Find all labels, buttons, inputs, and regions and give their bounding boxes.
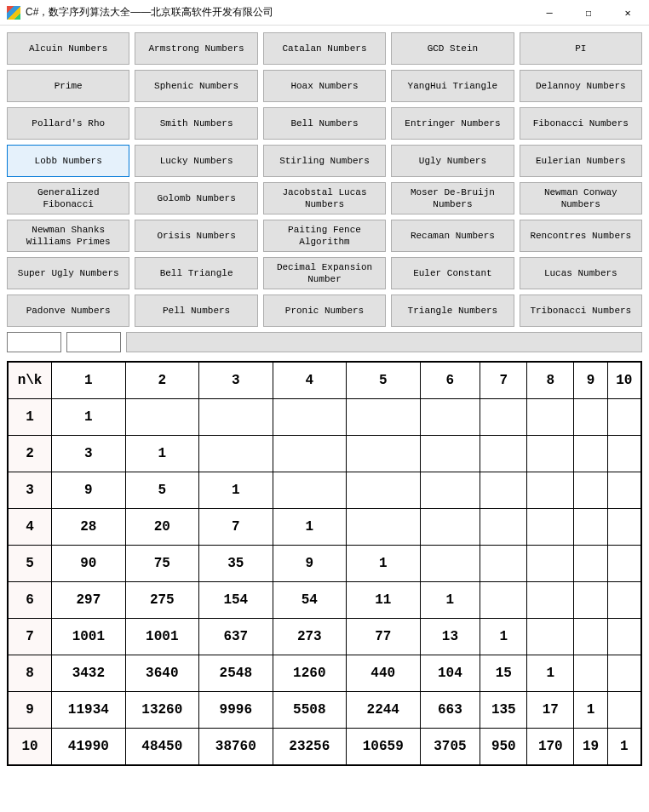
table-row-header: 2	[9, 436, 52, 472]
algorithm-button[interactable]: Ugly Numbers	[391, 145, 514, 177]
algorithm-button[interactable]: Jacobstal Lucas Numbers	[263, 182, 386, 214]
algorithm-button[interactable]: Entringer Numbers	[391, 107, 514, 140]
algorithm-button[interactable]: Paiting Fence Algorithm	[263, 220, 386, 252]
table-row: 71001100163727377131	[9, 619, 641, 655]
app-icon	[7, 6, 20, 20]
table-col-header: 7	[480, 363, 527, 399]
table-cell	[420, 436, 480, 472]
algorithm-button[interactable]: Rencontres Numbers	[520, 220, 642, 252]
algorithm-button[interactable]: Moser De-Bruijn Numbers	[391, 182, 514, 214]
algorithm-button[interactable]: Pronic Numbers	[263, 294, 386, 327]
table-cell	[607, 546, 640, 582]
algorithm-button[interactable]: Recaman Numbers	[391, 220, 514, 252]
algorithm-button[interactable]: PI	[520, 32, 642, 65]
table-cell: 3	[52, 436, 125, 472]
table-cell	[420, 472, 480, 509]
window-title: C#，数字序列算法大全——北京联高软件开发有限公司	[26, 5, 530, 20]
close-button[interactable]: ✕	[608, 0, 647, 26]
param-input-2[interactable]	[66, 332, 121, 352]
param-input-1[interactable]	[7, 332, 61, 352]
table-row: 3951	[9, 472, 641, 509]
algorithm-button[interactable]: Bell Numbers	[263, 107, 386, 140]
table-cell	[199, 399, 273, 436]
algorithm-button[interactable]: Lobb Numbers	[7, 145, 129, 177]
algorithm-button[interactable]: YangHui Triangle	[391, 70, 514, 102]
algorithm-button[interactable]: Orisis Numbers	[135, 220, 257, 252]
table-cell	[480, 509, 527, 546]
table-cell	[480, 582, 527, 619]
algorithm-button[interactable]: Tribonacci Numbers	[520, 294, 642, 327]
table-cell	[273, 472, 346, 509]
titlebar: C#，数字序列算法大全——北京联高软件开发有限公司 — ☐ ✕	[0, 0, 649, 26]
table-cell: 9	[52, 472, 125, 509]
algorithm-button[interactable]: Catalan Numbers	[263, 32, 386, 65]
table-row: 83432364025481260440104151	[9, 655, 641, 692]
algorithm-button[interactable]: Fibonacci Numbers	[520, 107, 642, 140]
algorithm-button[interactable]: Newman Shanks Williams Primes	[7, 220, 129, 252]
algorithm-button[interactable]: Bell Triangle	[135, 257, 257, 289]
table-cell	[527, 546, 574, 582]
algorithm-button[interactable]: Hoax Numbers	[263, 70, 386, 102]
algorithm-button[interactable]: Alcuin Numbers	[7, 32, 129, 65]
table-cell	[347, 436, 420, 472]
algorithm-button[interactable]: Prime	[7, 70, 129, 102]
table-row: 629727515454111	[9, 582, 641, 619]
algorithm-button[interactable]: Lucas Numbers	[520, 257, 642, 289]
table-cell: 10659	[347, 729, 420, 765]
table-cell	[574, 655, 607, 692]
table-cell: 3432	[52, 655, 125, 692]
table-row: 4282071	[9, 509, 641, 546]
table-cell	[574, 582, 607, 619]
table-cell	[480, 399, 527, 436]
algorithm-button[interactable]: Generalized Fibonacci	[7, 182, 129, 214]
algorithm-button[interactable]: Golomb Numbers	[135, 182, 257, 214]
algorithm-button[interactable]: Padonve Numbers	[7, 294, 129, 327]
algorithm-button[interactable]: Pollard's Rho	[7, 107, 129, 140]
algorithm-button[interactable]: Decimal Expansion Number	[263, 257, 386, 289]
algorithm-button[interactable]: Eulerian Numbers	[520, 145, 642, 177]
table-cell	[347, 399, 420, 436]
table-cell	[420, 509, 480, 546]
table-cell: 1001	[125, 619, 198, 655]
table-cell	[480, 472, 527, 509]
table-cell: 440	[347, 655, 420, 692]
algorithm-button[interactable]: Delannoy Numbers	[520, 70, 642, 102]
algorithm-button[interactable]: Stirling Numbers	[263, 145, 386, 177]
minimize-button[interactable]: —	[530, 0, 569, 26]
table-cell: 154	[199, 582, 273, 619]
algorithm-button[interactable]: Newman Conway Numbers	[520, 182, 642, 214]
table-cell	[607, 472, 640, 509]
algorithm-button[interactable]: Sphenic Numbers	[135, 70, 257, 102]
algorithm-button-grid: Alcuin NumbersArmstrong NumbersCatalan N…	[7, 32, 642, 327]
algorithm-button[interactable]: Pell Numbers	[135, 294, 257, 327]
table-row-header: 9	[9, 692, 52, 729]
table-cell: 54	[273, 582, 346, 619]
table-cell: 13260	[125, 692, 198, 729]
algorithm-button[interactable]: Armstrong Numbers	[135, 32, 257, 65]
algorithm-button[interactable]: Smith Numbers	[135, 107, 257, 140]
maximize-button[interactable]: ☐	[569, 0, 608, 26]
algorithm-button[interactable]: GCD Stein	[391, 32, 514, 65]
table-row-header: 4	[9, 509, 52, 546]
algorithm-button[interactable]: Lucky Numbers	[135, 145, 257, 177]
table-cell: 275	[125, 582, 198, 619]
table-cell	[607, 582, 640, 619]
algorithm-button[interactable]: Euler Constant	[391, 257, 514, 289]
table-corner: n\k	[9, 363, 52, 399]
algorithm-button[interactable]: Triangle Numbers	[391, 294, 514, 327]
table-cell: 5	[125, 472, 198, 509]
table-cell	[420, 546, 480, 582]
table-row: 231	[9, 436, 641, 472]
table-cell	[574, 509, 607, 546]
table-col-header: 4	[273, 363, 346, 399]
table-cell	[527, 472, 574, 509]
algorithm-button[interactable]: Super Ugly Numbers	[7, 257, 129, 289]
table-row-header: 1	[9, 399, 52, 436]
table-cell: 1001	[52, 619, 125, 655]
table-cell	[527, 509, 574, 546]
table-cell	[607, 655, 640, 692]
table-cell: 48450	[125, 729, 198, 765]
table-col-header: 9	[574, 363, 607, 399]
result-table-wrap: n\k12345678910 1123139514282071590753591…	[7, 361, 642, 766]
table-cell: 637	[199, 619, 273, 655]
